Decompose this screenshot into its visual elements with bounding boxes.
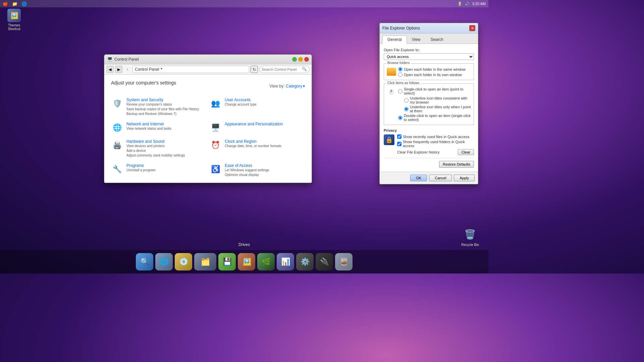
ease-of-access-icon: ♿: [209, 163, 221, 175]
dock-boot[interactable]: 💾: [218, 253, 236, 270]
ease-of-access-text: Ease of Access Let Windows suggest setti…: [225, 163, 269, 177]
hardware-sound-title[interactable]: Hardware and Sound: [126, 139, 185, 144]
browse-folders-group: Browse folders Open each folder in the s…: [384, 63, 474, 80]
system-security-item[interactable]: 🛡️ System and Security Review your compu…: [111, 98, 207, 116]
programs-title[interactable]: Programs: [126, 163, 156, 168]
browse-same-window-label: Open each folder in the same window: [404, 67, 466, 71]
control-panel-toolbar: ◀ ▶ ↑ Control Panel ▾ ↻ 🔍: [104, 64, 312, 75]
system-security-icon: 🛡️: [111, 98, 123, 110]
browse-options: Open each folder in the same window Open…: [398, 67, 466, 78]
control-panel-icon: 🖥️: [107, 57, 112, 62]
dock-nature[interactable]: 🌿: [257, 253, 275, 270]
show-recent-label: Show recently used files in Quick access: [403, 135, 470, 139]
clock-region-item[interactable]: ⏰ Clock and Region Change date, time, or…: [209, 139, 305, 158]
clear-history-label: Clear File Explorer history: [397, 150, 440, 154]
dock-settings[interactable]: ⚙️: [296, 253, 314, 270]
forward-button[interactable]: ▶: [115, 66, 122, 73]
feo-dialog: File Explorer Options ✕ General View Sea…: [379, 23, 478, 184]
hardware-sound-text: Hardware and Sound View devices and prin…: [126, 139, 185, 158]
folder-icon: [387, 68, 396, 76]
browse-same-window-radio[interactable]: [398, 67, 402, 71]
recycle-bin-icon: 🗑️: [464, 227, 477, 242]
show-frequent-checkbox[interactable]: [397, 142, 401, 146]
dock-power[interactable]: 🔌: [316, 253, 333, 270]
close-button[interactable]: [304, 57, 309, 62]
user-accounts-text: User Accounts Change account type: [225, 98, 257, 107]
ok-button[interactable]: OK: [410, 175, 427, 181]
network-icon[interactable]: 🌐: [21, 1, 27, 6]
finder-icon[interactable]: 📁: [12, 1, 17, 6]
open-fe-select[interactable]: Quick access: [384, 53, 474, 60]
category-chevron: ▾: [303, 84, 305, 88]
cancel-button[interactable]: Cancel: [429, 175, 452, 181]
back-button[interactable]: ◀: [106, 66, 114, 73]
window-controls: [292, 57, 309, 62]
hardware-sound-icon: 🖨️: [111, 139, 123, 151]
privacy-title: Privacy: [384, 128, 474, 132]
search-input[interactable]: [262, 67, 302, 71]
show-recent-checkbox[interactable]: [397, 134, 401, 139]
up-button[interactable]: ↑: [124, 66, 131, 73]
dock-disk[interactable]: 💿: [175, 253, 192, 270]
ease-of-access-title[interactable]: Ease of Access: [225, 163, 269, 168]
address-dropdown-icon[interactable]: ▾: [161, 67, 166, 72]
tab-general[interactable]: General: [382, 36, 407, 44]
appearance-item[interactable]: 🖥️ Appearance and Personalization: [209, 122, 305, 134]
dock-misc[interactable]: 📊: [277, 253, 294, 270]
dock-glass[interactable]: 🥃: [335, 253, 353, 270]
category-dropdown[interactable]: Category ▾: [286, 84, 305, 88]
programs-text: Programs Uninstall a program: [126, 163, 156, 173]
dock: 🔍 🌐 💿 🗂️ 💾 🖼️ 🌿 📊 ⚙️ 🔌 🥃: [136, 253, 353, 270]
maximize-button[interactable]: [292, 57, 297, 62]
dock-network[interactable]: 🌐: [155, 253, 173, 270]
ease-of-access-item[interactable]: ♿ Ease of Access Let Windows suggest set…: [209, 163, 305, 177]
underline-point-radio[interactable]: [404, 107, 409, 111]
hardware-sound-item[interactable]: 🖨️ Hardware and Sound View devices and p…: [111, 139, 207, 158]
show-recent-row: Show recently used files in Quick access: [397, 134, 474, 139]
apple-icon[interactable]: 🍎: [3, 1, 8, 6]
appearance-icon: 🖥️: [209, 122, 221, 134]
menubar-volume: 🔊: [465, 2, 470, 6]
open-fe-row: Open File Explorer to: Quick access: [384, 48, 474, 60]
programs-item[interactable]: 🔧 Programs Uninstall a program: [111, 163, 207, 177]
browse-same-window-row: Open each folder in the same window: [398, 67, 466, 71]
underline-always-row: Underline icon titles consistent with my…: [404, 96, 471, 104]
double-click-label: Double-click to open an item (single-cli…: [404, 114, 471, 122]
themes-label: Themes Shortcut: [2, 23, 26, 31]
dock-launchpad[interactable]: 🗂️: [194, 253, 216, 270]
feo-body: Open File Explorer to: Quick access Brow…: [380, 44, 478, 172]
hardware-sound-desc: View devices and printersAdd a deviceAdj…: [126, 144, 185, 158]
browse-own-window-radio[interactable]: [398, 72, 402, 77]
user-accounts-title[interactable]: User Accounts: [225, 98, 257, 102]
feo-close-button[interactable]: ✕: [469, 25, 475, 31]
search-icon[interactable]: 🔍: [302, 67, 307, 72]
double-click-radio[interactable]: [398, 116, 402, 120]
dock-photos[interactable]: 🖼️: [238, 253, 255, 270]
appearance-title[interactable]: Appearance and Personalization: [225, 122, 283, 126]
user-accounts-item[interactable]: 👥 User Accounts Change account type: [209, 98, 305, 116]
control-panel-heading: Adjust your computer's settings: [111, 80, 176, 85]
dock-finder[interactable]: 🔍: [136, 253, 153, 270]
refresh-button[interactable]: ↻: [251, 66, 258, 73]
single-click-radio[interactable]: [398, 89, 402, 94]
system-security-title[interactable]: System and Security: [126, 98, 199, 102]
clock-region-title[interactable]: Clock and Region: [225, 139, 281, 144]
apply-button[interactable]: Apply: [454, 175, 475, 181]
network-internet-text: Network and Internet View network status…: [126, 122, 171, 131]
menubar-battery: 🔋: [458, 2, 462, 6]
network-internet-title[interactable]: Network and Internet: [126, 122, 171, 126]
clear-button[interactable]: Clear: [458, 149, 474, 155]
tab-view[interactable]: View: [407, 36, 426, 44]
underline-always-radio[interactable]: [404, 98, 409, 103]
themes-shortcut-icon[interactable]: 🖼️ Themes Shortcut: [2, 9, 26, 31]
click-items-label: Click items as follows: [386, 81, 421, 85]
show-frequent-label: Show frequently used folders in Quick ac…: [403, 140, 474, 148]
network-internet-item[interactable]: 🌐 Network and Internet View network stat…: [111, 122, 207, 134]
appearance-text: Appearance and Personalization: [225, 122, 283, 126]
underline-point-label: Underline icon titles only when I point …: [410, 105, 471, 113]
click-items-group: Click items as follows 🖱️ Single-click t…: [384, 83, 474, 125]
restore-defaults-button[interactable]: Restore Defaults: [439, 161, 474, 168]
tab-search[interactable]: Search: [426, 36, 448, 44]
minimize-button[interactable]: [298, 57, 303, 62]
recycle-bin[interactable]: 🗑️ Recycle Bin: [461, 227, 479, 247]
